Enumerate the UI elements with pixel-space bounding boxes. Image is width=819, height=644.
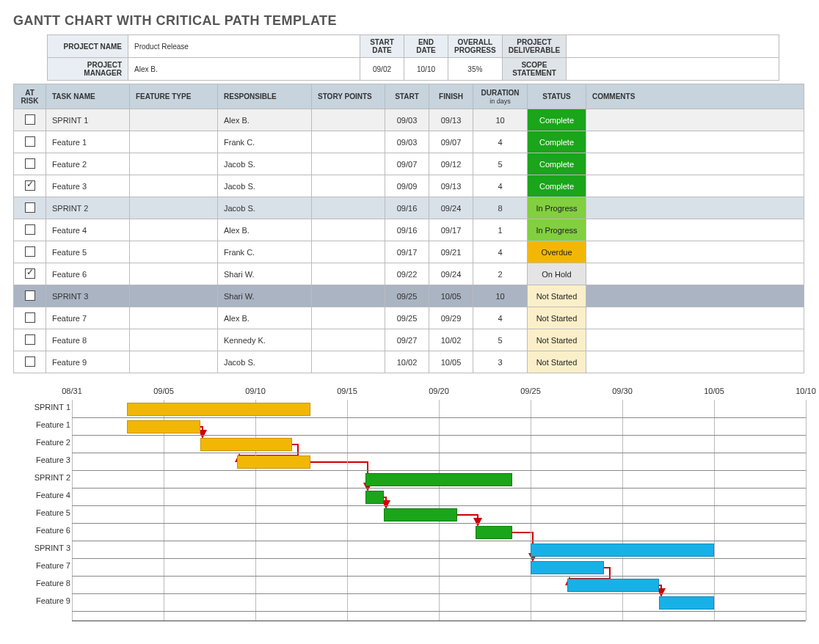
feature-type-cell[interactable]: [130, 197, 218, 219]
responsible-cell[interactable]: Alex B.: [218, 109, 312, 131]
risk-cell[interactable]: [14, 109, 46, 131]
start-cell[interactable]: 10/02: [385, 351, 429, 373]
checkbox-icon[interactable]: [25, 356, 35, 367]
gantt-bar[interactable]: [127, 403, 310, 416]
start-cell[interactable]: 09/25: [385, 285, 429, 307]
start-cell[interactable]: 09/17: [385, 241, 429, 263]
checkbox-icon[interactable]: [25, 246, 35, 257]
finish-cell[interactable]: 09/13: [429, 109, 473, 131]
feature-type-cell[interactable]: [130, 351, 218, 373]
checkbox-icon[interactable]: [25, 312, 35, 323]
status-cell[interactable]: Complete: [528, 109, 586, 131]
checkbox-icon[interactable]: [25, 334, 35, 345]
gantt-bar[interactable]: [237, 455, 310, 469]
gantt-bar[interactable]: [384, 508, 457, 522]
start-cell[interactable]: 09/16: [385, 197, 429, 219]
gantt-bar[interactable]: [531, 544, 714, 557]
status-cell[interactable]: Complete: [528, 131, 586, 153]
status-cell[interactable]: Not Started: [528, 285, 586, 307]
start-cell[interactable]: 09/27: [385, 329, 429, 351]
risk-cell[interactable]: [14, 197, 46, 219]
value-end-date[interactable]: 10/10: [404, 58, 448, 81]
responsible-cell[interactable]: Frank C.: [218, 131, 312, 153]
feature-type-cell[interactable]: [130, 109, 218, 131]
duration-cell[interactable]: 4: [473, 307, 528, 329]
comments-cell[interactable]: [586, 263, 804, 285]
finish-cell[interactable]: 09/24: [429, 263, 473, 285]
risk-cell[interactable]: [14, 307, 46, 329]
task-name-cell[interactable]: SPRINT 3: [46, 285, 130, 307]
task-name-cell[interactable]: Feature 6: [46, 263, 130, 285]
status-cell[interactable]: Not Started: [528, 329, 586, 351]
task-name-cell[interactable]: Feature 5: [46, 241, 130, 263]
comments-cell[interactable]: [586, 285, 804, 307]
value-project-name[interactable]: Product Release: [128, 35, 360, 58]
duration-cell[interactable]: 5: [473, 329, 528, 351]
gantt-bar[interactable]: [531, 561, 604, 574]
story-points-cell[interactable]: [312, 263, 385, 285]
duration-cell[interactable]: 3: [473, 351, 528, 373]
start-cell[interactable]: 09/25: [385, 307, 429, 329]
gantt-bar[interactable]: [365, 491, 384, 504]
story-points-cell[interactable]: [312, 131, 385, 153]
gantt-bar[interactable]: [200, 438, 292, 451]
status-cell[interactable]: Not Started: [528, 351, 586, 373]
task-name-cell[interactable]: Feature 7: [46, 307, 130, 329]
risk-cell[interactable]: [14, 285, 46, 307]
task-name-cell[interactable]: Feature 3: [46, 175, 130, 197]
feature-type-cell[interactable]: [130, 153, 218, 175]
finish-cell[interactable]: 09/17: [429, 219, 473, 241]
risk-cell[interactable]: [14, 219, 46, 241]
responsible-cell[interactable]: Frank C.: [218, 241, 312, 263]
risk-cell[interactable]: [14, 175, 46, 197]
finish-cell[interactable]: 09/07: [429, 131, 473, 153]
duration-cell[interactable]: 4: [473, 241, 528, 263]
task-name-cell[interactable]: Feature 1: [46, 131, 130, 153]
feature-type-cell[interactable]: [130, 241, 218, 263]
comments-cell[interactable]: [586, 109, 804, 131]
status-cell[interactable]: Complete: [528, 153, 586, 175]
risk-cell[interactable]: [14, 263, 46, 285]
status-cell[interactable]: Complete: [528, 175, 586, 197]
comments-cell[interactable]: [586, 153, 804, 175]
story-points-cell[interactable]: [312, 219, 385, 241]
finish-cell[interactable]: 10/02: [429, 329, 473, 351]
checkbox-icon[interactable]: [25, 136, 35, 147]
feature-type-cell[interactable]: [130, 219, 218, 241]
start-cell[interactable]: 09/03: [385, 109, 429, 131]
responsible-cell[interactable]: Jacob S.: [218, 197, 312, 219]
finish-cell[interactable]: 10/05: [429, 285, 473, 307]
gantt-bar[interactable]: [476, 526, 512, 539]
task-name-cell[interactable]: SPRINT 2: [46, 197, 130, 219]
responsible-cell[interactable]: Jacob S.: [218, 153, 312, 175]
story-points-cell[interactable]: [312, 351, 385, 373]
story-points-cell[interactable]: [312, 241, 385, 263]
risk-cell[interactable]: [14, 131, 46, 153]
story-points-cell[interactable]: [312, 329, 385, 351]
duration-cell[interactable]: 4: [473, 131, 528, 153]
finish-cell[interactable]: 10/05: [429, 351, 473, 373]
start-cell[interactable]: 09/16: [385, 219, 429, 241]
risk-cell[interactable]: [14, 351, 46, 373]
value-deliverable[interactable]: [567, 35, 779, 58]
duration-cell[interactable]: 10: [473, 109, 528, 131]
duration-cell[interactable]: 10: [473, 285, 528, 307]
gantt-bar[interactable]: [127, 420, 200, 433]
status-cell[interactable]: Not Started: [528, 307, 586, 329]
comments-cell[interactable]: [586, 175, 804, 197]
checkbox-icon[interactable]: [25, 202, 35, 213]
feature-type-cell[interactable]: [130, 329, 218, 351]
finish-cell[interactable]: 09/12: [429, 153, 473, 175]
comments-cell[interactable]: [586, 329, 804, 351]
value-overall-progress[interactable]: 35%: [448, 58, 503, 81]
task-name-cell[interactable]: Feature 4: [46, 219, 130, 241]
duration-cell[interactable]: 2: [473, 263, 528, 285]
start-cell[interactable]: 09/22: [385, 263, 429, 285]
checkbox-icon[interactable]: [25, 180, 35, 191]
responsible-cell[interactable]: Jacob S.: [218, 351, 312, 373]
duration-cell[interactable]: 8: [473, 197, 528, 219]
responsible-cell[interactable]: Shari W.: [218, 285, 312, 307]
comments-cell[interactable]: [586, 219, 804, 241]
feature-type-cell[interactable]: [130, 307, 218, 329]
risk-cell[interactable]: [14, 153, 46, 175]
